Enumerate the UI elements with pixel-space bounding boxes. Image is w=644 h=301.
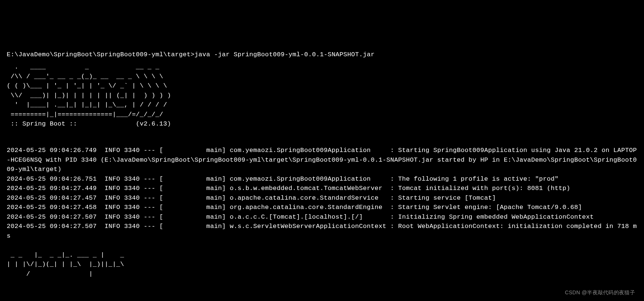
command-prompt-line: E:\JavaDemo\SpringBoot\SpringBoot009-yml… — [7, 51, 375, 58]
watermark-text: CSDN @半夜敲代码的夜猫子 — [565, 289, 635, 297]
log-line: 2024-05-25 09:04:27.458 INFO 3340 --- [ … — [7, 204, 582, 211]
log-output-block: 2024-05-25 09:04:26.749 INFO 3340 --- [ … — [7, 146, 637, 241]
log-line: 2024-05-25 09:04:27.507 INFO 3340 --- [ … — [7, 213, 594, 221]
log-line: 2024-05-25 09:04:26.749 INFO 3340 --- [ … — [7, 147, 637, 173]
terminal-output: E:\JavaDemo\SpringBoot\SpringBoot009-yml… — [7, 40, 637, 288]
mybatis-banner: _ _ |_ _ _|_. ___ _ | _ | | |\/|_)(_| | … — [7, 250, 637, 279]
prompt-path: E:\JavaDemo\SpringBoot\SpringBoot009-yml… — [7, 51, 195, 58]
log-line: 2024-05-25 09:04:26.751 INFO 3340 --- [ … — [7, 175, 559, 183]
log-line: 2024-05-25 09:04:27.449 INFO 3340 --- [ … — [7, 185, 570, 192]
command-text: java -jar SpringBoot009-yml-0.0.1-SNAPSH… — [195, 51, 375, 58]
log-line: 2024-05-25 09:04:27.507 INFO 3340 --- [ … — [7, 223, 637, 240]
log-line: 2024-05-25 09:04:27.457 INFO 3340 --- [ … — [7, 194, 496, 202]
spring-boot-banner: . ____ _ __ _ _ /\\ / ___'_ __ _ _(_)_ _… — [7, 62, 637, 129]
